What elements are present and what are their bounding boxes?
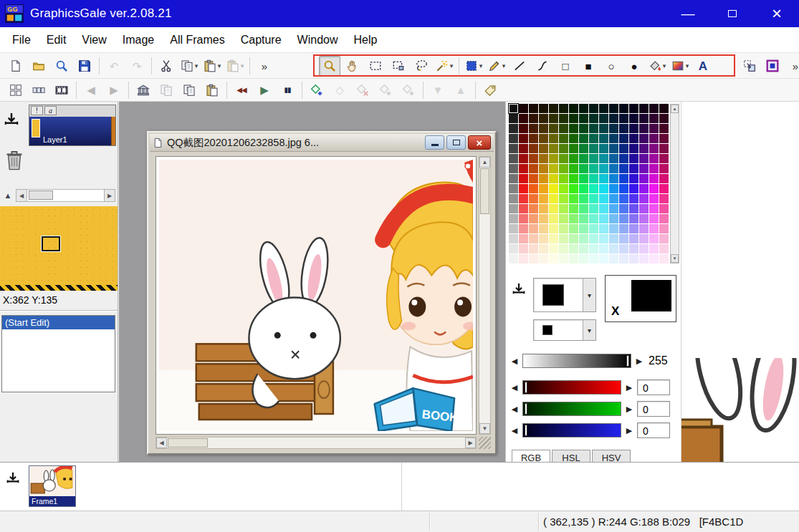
arrange-frames-button[interactable]: [5, 81, 27, 100]
minimize-button[interactable]: —: [666, 0, 710, 27]
palette-cell[interactable]: [509, 114, 518, 123]
palette-cell[interactable]: [579, 124, 588, 133]
palette-cell[interactable]: [629, 244, 638, 253]
palette-cell[interactable]: [509, 154, 518, 163]
gradient-tool-button[interactable]: ▾: [669, 56, 691, 76]
tab-hsl[interactable]: HSL: [552, 450, 590, 462]
palette-cell[interactable]: [599, 164, 608, 173]
palette-cell[interactable]: [579, 244, 588, 253]
palette-cell[interactable]: [609, 184, 618, 193]
palette-cell[interactable]: [549, 194, 558, 203]
pause-button[interactable]: ▮▮: [277, 81, 298, 100]
palette-cell[interactable]: [629, 124, 638, 133]
scroll-left-icon[interactable]: ◀: [156, 437, 167, 448]
palette-cell[interactable]: [599, 124, 608, 133]
foreground-color-dropdown[interactable]: ▾: [533, 278, 596, 312]
palette-cell[interactable]: [639, 254, 649, 263]
palette-cell[interactable]: [519, 234, 528, 243]
palette-cell[interactable]: [629, 104, 638, 113]
filled-ellipse-tool-button[interactable]: ●: [623, 56, 645, 76]
alpha-decrease-button[interactable]: ◀: [510, 357, 519, 366]
palette-cell[interactable]: [599, 234, 608, 243]
canvas-image[interactable]: BOOK: [159, 160, 473, 431]
palette-cell[interactable]: [509, 214, 518, 223]
r-slider-track[interactable]: [522, 380, 621, 395]
b-decrease-button[interactable]: ◀: [510, 426, 519, 435]
palette-cell[interactable]: [529, 104, 538, 113]
palette-cell[interactable]: [559, 184, 568, 193]
import-frame-button[interactable]: [6, 471, 20, 485]
palette-cell[interactable]: [559, 254, 568, 263]
palette-cell[interactable]: [649, 104, 659, 113]
rect-tool-button[interactable]: □: [555, 56, 576, 76]
slider-marker[interactable]: [525, 425, 527, 435]
palette-cell[interactable]: [579, 134, 588, 143]
palette-cell[interactable]: [609, 214, 618, 223]
palette-cell[interactable]: [619, 254, 628, 263]
palette-cell[interactable]: [509, 254, 518, 263]
palette-cell[interactable]: [639, 154, 649, 163]
palette-cell[interactable]: [529, 254, 538, 263]
palette-cell[interactable]: [659, 234, 669, 243]
palette-cell[interactable]: [649, 154, 659, 163]
palette-cell[interactable]: [609, 164, 618, 173]
palette-cell[interactable]: [609, 204, 618, 213]
pen-tool-button[interactable]: ▾: [486, 56, 507, 76]
layer-scrollbar[interactable]: ◀ ▶: [16, 189, 115, 202]
g-increase-button[interactable]: ▶: [625, 405, 633, 414]
scroll-down-icon[interactable]: ▼: [671, 254, 679, 263]
palette-cell[interactable]: [559, 104, 568, 113]
palette-cell[interactable]: [569, 224, 578, 233]
g-slider-track[interactable]: [522, 402, 621, 416]
palette-cell[interactable]: [619, 214, 628, 223]
palette-scrollbar[interactable]: ▲ ▼: [670, 104, 679, 263]
dropdown-arrow-icon[interactable]: ▾: [218, 62, 221, 69]
palette-cell[interactable]: [569, 114, 578, 123]
import-palette-button[interactable]: [512, 282, 526, 296]
palette-cell[interactable]: [589, 224, 598, 233]
palette-cell[interactable]: [509, 244, 518, 253]
palette-cell[interactable]: [539, 124, 548, 133]
palette-cell[interactable]: [549, 254, 558, 263]
palette-cell[interactable]: [579, 234, 588, 243]
palette-cell[interactable]: [659, 114, 669, 123]
menu-capture[interactable]: Capture: [233, 34, 290, 47]
paste-button[interactable]: ▾: [201, 56, 223, 76]
palette-cell[interactable]: [639, 104, 649, 113]
cut-button[interactable]: [156, 56, 177, 76]
palette-cell[interactable]: [519, 124, 528, 133]
layer-widget[interactable]: ! a Layer1: [29, 105, 116, 146]
palette-cell[interactable]: [529, 224, 538, 233]
palette-cell[interactable]: [609, 174, 618, 183]
palette-cell[interactable]: [609, 244, 618, 253]
onion-remove-button[interactable]: [352, 81, 373, 100]
text-tool-button[interactable]: A: [692, 56, 714, 76]
palette-cell[interactable]: [529, 174, 538, 183]
pattern-window-button[interactable]: [762, 56, 783, 76]
palette-cell[interactable]: [649, 114, 659, 123]
palette-cell[interactable]: [589, 164, 598, 173]
palette-cell[interactable]: [549, 144, 558, 153]
tile-select-tool-button[interactable]: ▾: [463, 56, 484, 76]
palette-cell[interactable]: [649, 124, 659, 133]
pan-tool-button[interactable]: [342, 56, 363, 76]
palette-cell[interactable]: [619, 114, 628, 123]
palette-cell[interactable]: [579, 224, 588, 233]
palette-cell[interactable]: [659, 244, 669, 253]
palette-cell[interactable]: [659, 224, 669, 233]
palette-cell[interactable]: [609, 254, 618, 263]
open-file-button[interactable]: [28, 56, 49, 76]
palette-cell[interactable]: [549, 244, 558, 253]
palette-cell[interactable]: [569, 184, 578, 193]
palette-cell[interactable]: [659, 154, 669, 163]
alpha-increase-button[interactable]: ▶: [635, 357, 643, 366]
palette-cell[interactable]: [569, 124, 578, 133]
palette-cell[interactable]: [509, 184, 518, 193]
palette-cell[interactable]: [629, 194, 638, 203]
dropdown-arrow-icon[interactable]: ▾: [686, 62, 689, 69]
palette-cell[interactable]: [649, 174, 659, 183]
ellipse-tool-button[interactable]: ○: [601, 56, 622, 76]
palette-cell[interactable]: [599, 194, 608, 203]
edit-history-list[interactable]: (Start Edit): [1, 315, 115, 392]
palette-cell[interactable]: [569, 134, 578, 143]
